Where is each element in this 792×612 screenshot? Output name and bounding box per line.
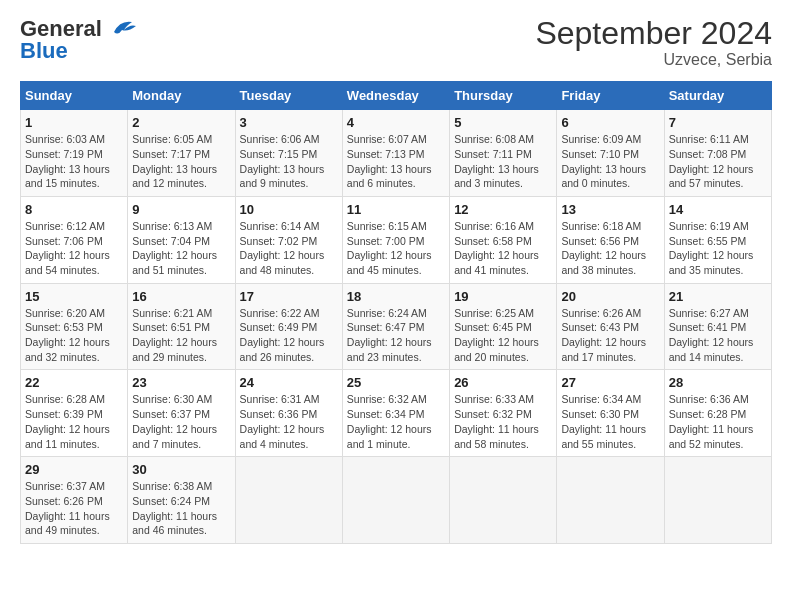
calendar-cell: 10 Sunrise: 6:14 AMSunset: 7:02 PMDaylig…	[235, 196, 342, 283]
calendar-cell: 7 Sunrise: 6:11 AMSunset: 7:08 PMDayligh…	[664, 110, 771, 197]
calendar-title: September 2024	[535, 16, 772, 51]
week-row-4: 22 Sunrise: 6:28 AMSunset: 6:39 PMDaylig…	[21, 370, 772, 457]
week-row-3: 15 Sunrise: 6:20 AMSunset: 6:53 PMDaylig…	[21, 283, 772, 370]
cell-day-number: 4	[347, 115, 445, 130]
cell-day-number: 12	[454, 202, 552, 217]
week-row-1: 1 Sunrise: 6:03 AMSunset: 7:19 PMDayligh…	[21, 110, 772, 197]
cell-details: Sunrise: 6:11 AMSunset: 7:08 PMDaylight:…	[669, 132, 767, 191]
cell-details: Sunrise: 6:22 AMSunset: 6:49 PMDaylight:…	[240, 306, 338, 365]
calendar-cell: 23 Sunrise: 6:30 AMSunset: 6:37 PMDaylig…	[128, 370, 235, 457]
calendar-cell	[557, 457, 664, 544]
cell-day-number: 5	[454, 115, 552, 130]
cell-details: Sunrise: 6:09 AMSunset: 7:10 PMDaylight:…	[561, 132, 659, 191]
calendar-header: Sunday Monday Tuesday Wednesday Thursday…	[21, 82, 772, 110]
cell-day-number: 10	[240, 202, 338, 217]
cell-day-number: 18	[347, 289, 445, 304]
cell-day-number: 29	[25, 462, 123, 477]
cell-details: Sunrise: 6:18 AMSunset: 6:56 PMDaylight:…	[561, 219, 659, 278]
logo: General Blue	[20, 16, 138, 64]
cell-day-number: 14	[669, 202, 767, 217]
cell-details: Sunrise: 6:32 AMSunset: 6:34 PMDaylight:…	[347, 392, 445, 451]
logo-blue: Blue	[20, 38, 68, 64]
calendar-cell: 26 Sunrise: 6:33 AMSunset: 6:32 PMDaylig…	[450, 370, 557, 457]
cell-day-number: 13	[561, 202, 659, 217]
calendar-cell: 6 Sunrise: 6:09 AMSunset: 7:10 PMDayligh…	[557, 110, 664, 197]
cell-details: Sunrise: 6:08 AMSunset: 7:11 PMDaylight:…	[454, 132, 552, 191]
cell-details: Sunrise: 6:25 AMSunset: 6:45 PMDaylight:…	[454, 306, 552, 365]
cell-details: Sunrise: 6:28 AMSunset: 6:39 PMDaylight:…	[25, 392, 123, 451]
calendar-subtitle: Uzvece, Serbia	[535, 51, 772, 69]
cell-day-number: 26	[454, 375, 552, 390]
cell-day-number: 15	[25, 289, 123, 304]
col-tuesday: Tuesday	[235, 82, 342, 110]
cell-details: Sunrise: 6:15 AMSunset: 7:00 PMDaylight:…	[347, 219, 445, 278]
calendar-cell: 19 Sunrise: 6:25 AMSunset: 6:45 PMDaylig…	[450, 283, 557, 370]
cell-details: Sunrise: 6:13 AMSunset: 7:04 PMDaylight:…	[132, 219, 230, 278]
calendar-cell: 21 Sunrise: 6:27 AMSunset: 6:41 PMDaylig…	[664, 283, 771, 370]
cell-day-number: 17	[240, 289, 338, 304]
cell-details: Sunrise: 6:31 AMSunset: 6:36 PMDaylight:…	[240, 392, 338, 451]
cell-day-number: 22	[25, 375, 123, 390]
calendar-cell: 28 Sunrise: 6:36 AMSunset: 6:28 PMDaylig…	[664, 370, 771, 457]
calendar-cell: 13 Sunrise: 6:18 AMSunset: 6:56 PMDaylig…	[557, 196, 664, 283]
week-row-2: 8 Sunrise: 6:12 AMSunset: 7:06 PMDayligh…	[21, 196, 772, 283]
cell-details: Sunrise: 6:27 AMSunset: 6:41 PMDaylight:…	[669, 306, 767, 365]
calendar-cell: 27 Sunrise: 6:34 AMSunset: 6:30 PMDaylig…	[557, 370, 664, 457]
cell-details: Sunrise: 6:03 AMSunset: 7:19 PMDaylight:…	[25, 132, 123, 191]
col-monday: Monday	[128, 82, 235, 110]
cell-day-number: 7	[669, 115, 767, 130]
calendar-cell: 22 Sunrise: 6:28 AMSunset: 6:39 PMDaylig…	[21, 370, 128, 457]
calendar-cell: 1 Sunrise: 6:03 AMSunset: 7:19 PMDayligh…	[21, 110, 128, 197]
cell-day-number: 8	[25, 202, 123, 217]
cell-day-number: 30	[132, 462, 230, 477]
calendar-cell: 2 Sunrise: 6:05 AMSunset: 7:17 PMDayligh…	[128, 110, 235, 197]
calendar-cell: 25 Sunrise: 6:32 AMSunset: 6:34 PMDaylig…	[342, 370, 449, 457]
cell-details: Sunrise: 6:30 AMSunset: 6:37 PMDaylight:…	[132, 392, 230, 451]
calendar-cell: 29 Sunrise: 6:37 AMSunset: 6:26 PMDaylig…	[21, 457, 128, 544]
calendar-cell: 9 Sunrise: 6:13 AMSunset: 7:04 PMDayligh…	[128, 196, 235, 283]
cell-day-number: 1	[25, 115, 123, 130]
page: General Blue September 2024 Uzvece, Serb…	[0, 0, 792, 554]
cell-day-number: 11	[347, 202, 445, 217]
cell-details: Sunrise: 6:24 AMSunset: 6:47 PMDaylight:…	[347, 306, 445, 365]
cell-day-number: 25	[347, 375, 445, 390]
calendar-cell	[664, 457, 771, 544]
logo-bird-icon	[106, 18, 138, 40]
day-header-row: Sunday Monday Tuesday Wednesday Thursday…	[21, 82, 772, 110]
cell-day-number: 24	[240, 375, 338, 390]
calendar-cell: 18 Sunrise: 6:24 AMSunset: 6:47 PMDaylig…	[342, 283, 449, 370]
cell-details: Sunrise: 6:34 AMSunset: 6:30 PMDaylight:…	[561, 392, 659, 451]
col-sunday: Sunday	[21, 82, 128, 110]
cell-day-number: 9	[132, 202, 230, 217]
header: General Blue September 2024 Uzvece, Serb…	[20, 16, 772, 69]
cell-details: Sunrise: 6:20 AMSunset: 6:53 PMDaylight:…	[25, 306, 123, 365]
calendar-cell: 14 Sunrise: 6:19 AMSunset: 6:55 PMDaylig…	[664, 196, 771, 283]
cell-day-number: 28	[669, 375, 767, 390]
calendar-cell	[342, 457, 449, 544]
calendar-cell: 5 Sunrise: 6:08 AMSunset: 7:11 PMDayligh…	[450, 110, 557, 197]
cell-day-number: 3	[240, 115, 338, 130]
cell-day-number: 19	[454, 289, 552, 304]
calendar-cell: 12 Sunrise: 6:16 AMSunset: 6:58 PMDaylig…	[450, 196, 557, 283]
calendar-cell: 30 Sunrise: 6:38 AMSunset: 6:24 PMDaylig…	[128, 457, 235, 544]
calendar-cell: 4 Sunrise: 6:07 AMSunset: 7:13 PMDayligh…	[342, 110, 449, 197]
col-friday: Friday	[557, 82, 664, 110]
cell-day-number: 21	[669, 289, 767, 304]
calendar-cell: 8 Sunrise: 6:12 AMSunset: 7:06 PMDayligh…	[21, 196, 128, 283]
cell-details: Sunrise: 6:37 AMSunset: 6:26 PMDaylight:…	[25, 479, 123, 538]
cell-details: Sunrise: 6:26 AMSunset: 6:43 PMDaylight:…	[561, 306, 659, 365]
cell-details: Sunrise: 6:38 AMSunset: 6:24 PMDaylight:…	[132, 479, 230, 538]
title-block: September 2024 Uzvece, Serbia	[535, 16, 772, 69]
cell-details: Sunrise: 6:14 AMSunset: 7:02 PMDaylight:…	[240, 219, 338, 278]
cell-details: Sunrise: 6:07 AMSunset: 7:13 PMDaylight:…	[347, 132, 445, 191]
col-thursday: Thursday	[450, 82, 557, 110]
calendar-cell	[235, 457, 342, 544]
cell-details: Sunrise: 6:12 AMSunset: 7:06 PMDaylight:…	[25, 219, 123, 278]
calendar-body: 1 Sunrise: 6:03 AMSunset: 7:19 PMDayligh…	[21, 110, 772, 544]
col-saturday: Saturday	[664, 82, 771, 110]
calendar-cell: 15 Sunrise: 6:20 AMSunset: 6:53 PMDaylig…	[21, 283, 128, 370]
cell-details: Sunrise: 6:33 AMSunset: 6:32 PMDaylight:…	[454, 392, 552, 451]
calendar-cell: 3 Sunrise: 6:06 AMSunset: 7:15 PMDayligh…	[235, 110, 342, 197]
cell-details: Sunrise: 6:06 AMSunset: 7:15 PMDaylight:…	[240, 132, 338, 191]
cell-details: Sunrise: 6:19 AMSunset: 6:55 PMDaylight:…	[669, 219, 767, 278]
